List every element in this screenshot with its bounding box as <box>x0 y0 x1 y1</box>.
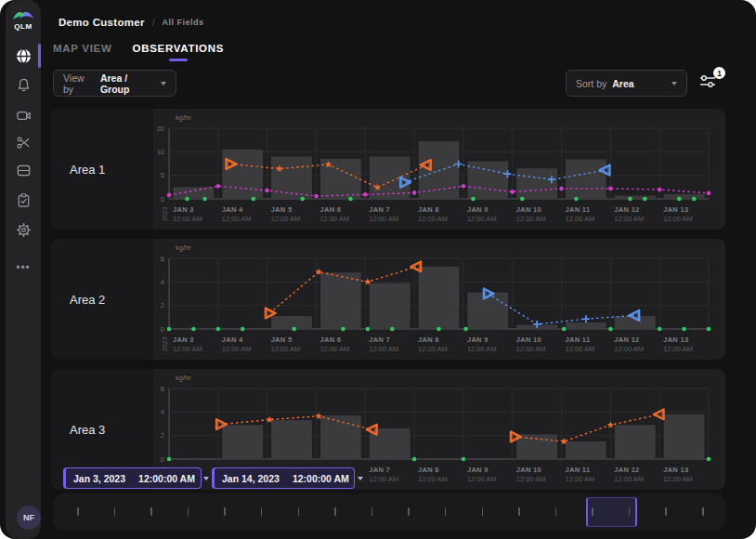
timeline-tick <box>224 507 226 516</box>
area-1-chart[interactable]: 051020kg/hrJAN 312:00 AMJAN 412:00 AMJAN… <box>153 109 725 230</box>
end-datetime-picker[interactable]: Jan 14, 2023 12:00:00 AM <box>212 467 355 489</box>
server-rows-icon <box>16 163 32 178</box>
sidebar-item-alerts[interactable] <box>12 73 34 96</box>
scissors-icon <box>16 135 32 151</box>
timeline-tick <box>371 507 373 516</box>
svg-text:12:00 AM: 12:00 AM <box>418 345 448 353</box>
tab-observations[interactable]: OBSERVATIONS <box>133 43 225 61</box>
timeline-tick <box>334 507 336 516</box>
sort-by-dropdown[interactable]: Sort by Area <box>566 70 687 97</box>
tab-map-view[interactable]: MAP VIEW <box>53 43 112 61</box>
sidebar-item-tools[interactable] <box>12 131 34 153</box>
svg-text:12:00 AM: 12:00 AM <box>614 345 644 353</box>
qlm-logo: QLM <box>6 7 41 31</box>
svg-text:12:00 AM: 12:00 AM <box>222 345 252 353</box>
timeline-tick <box>555 507 557 516</box>
svg-text:kg/hr: kg/hr <box>176 374 191 382</box>
video-camera-icon <box>16 108 32 124</box>
end-date: Jan 14, 2023 <box>222 473 280 484</box>
svg-text:4: 4 <box>161 278 164 286</box>
user-avatar[interactable]: NF <box>17 506 41 530</box>
svg-text:JAN 5: JAN 5 <box>271 335 293 344</box>
svg-text:12:00 AM: 12:00 AM <box>418 215 448 223</box>
svg-text:2023: 2023 <box>162 206 168 221</box>
breadcrumb-scope[interactable]: All Fields <box>163 18 204 27</box>
timeline-selection-handle[interactable] <box>586 497 637 527</box>
chevron-down-icon <box>358 477 363 480</box>
clipboard-check-icon <box>16 192 32 208</box>
svg-text:JAN 7: JAN 7 <box>369 205 390 214</box>
filter-button[interactable]: 1 <box>697 71 723 97</box>
globe-icon <box>15 47 33 65</box>
svg-text:12:00 AM: 12:00 AM <box>566 215 595 223</box>
svg-text:2023: 2023 <box>162 336 168 351</box>
svg-text:12:00 AM: 12:00 AM <box>271 215 301 223</box>
svg-text:12:00 AM: 12:00 AM <box>566 475 595 483</box>
sidebar-item-devices[interactable] <box>12 159 34 181</box>
breadcrumb-customer[interactable]: Demo Customer <box>59 17 145 28</box>
tab-bar: MAP VIEW OBSERVATIONS <box>53 43 224 61</box>
svg-text:JAN 9: JAN 9 <box>467 335 489 344</box>
timeline-tick <box>408 507 410 516</box>
svg-text:12:00 AM: 12:00 AM <box>663 475 693 483</box>
qlm-logo-icon <box>11 7 35 21</box>
start-datetime-picker[interactable]: Jan 3, 2023 12:00:00 AM <box>63 467 202 489</box>
timeline-tick <box>665 507 667 516</box>
svg-text:JAN 12: JAN 12 <box>614 335 639 344</box>
svg-text:20: 20 <box>157 125 164 133</box>
sidebar-item-settings[interactable] <box>12 218 34 241</box>
area-2-chart[interactable]: 0246kg/hrJAN 312:00 AMJAN 412:00 AMJAN 5… <box>153 239 725 360</box>
timeline-scrubber[interactable] <box>53 493 725 531</box>
svg-text:JAN 5: JAN 5 <box>271 205 293 214</box>
sidebar-item-tasks[interactable] <box>12 189 34 211</box>
active-nav-indicator <box>38 44 41 68</box>
sidebar-item-cameras[interactable] <box>12 104 34 126</box>
sidebar-item-more[interactable]: ••• <box>12 256 34 279</box>
svg-text:5: 5 <box>161 171 164 179</box>
svg-text:JAN 10: JAN 10 <box>516 205 541 214</box>
svg-text:JAN 11: JAN 11 <box>566 205 591 214</box>
svg-text:JAN 13: JAN 13 <box>663 335 688 344</box>
svg-text:2: 2 <box>161 301 164 309</box>
svg-text:JAN 12: JAN 12 <box>614 205 639 214</box>
svg-text:0: 0 <box>161 455 164 464</box>
svg-text:12:00 AM: 12:00 AM <box>319 345 349 353</box>
filter-count-badge: 1 <box>713 67 725 79</box>
timeline-tick <box>445 507 447 516</box>
sidebar-item-map[interactable] <box>12 45 34 67</box>
qlm-logo-text: QLM <box>6 22 41 31</box>
svg-text:JAN 3: JAN 3 <box>173 205 194 214</box>
svg-text:kg/hr: kg/hr <box>176 243 191 252</box>
svg-text:0: 0 <box>161 325 164 334</box>
view-by-value: Area / Group <box>100 72 155 95</box>
svg-text:12:00 AM: 12:00 AM <box>516 215 546 223</box>
svg-text:12:00 AM: 12:00 AM <box>271 345 301 353</box>
timeline-tick <box>77 507 79 516</box>
timeline-tick <box>188 507 189 516</box>
svg-text:12:00 AM: 12:00 AM <box>369 345 398 353</box>
svg-text:JAN 4: JAN 4 <box>222 335 243 344</box>
gear-icon <box>16 222 32 238</box>
sort-by-prefix: Sort by <box>576 78 606 89</box>
svg-text:JAN 12: JAN 12 <box>614 466 639 474</box>
timeline-tick <box>298 507 300 516</box>
svg-text:12:00 AM: 12:00 AM <box>173 215 202 223</box>
timeline-tick <box>482 507 484 516</box>
svg-text:12:00 AM: 12:00 AM <box>369 475 398 483</box>
svg-text:12:00 AM: 12:00 AM <box>467 345 497 353</box>
svg-text:JAN 7: JAN 7 <box>369 335 390 344</box>
svg-text:JAN 8: JAN 8 <box>418 466 439 474</box>
svg-text:JAN 13: JAN 13 <box>663 205 688 214</box>
view-by-dropdown[interactable]: View by Area / Group <box>53 70 176 97</box>
svg-text:kg/hr: kg/hr <box>176 113 191 122</box>
start-date: Jan 3, 2023 <box>73 473 125 484</box>
chevron-down-icon <box>203 477 209 480</box>
breadcrumb-separator: / <box>152 18 155 28</box>
breadcrumb: Demo Customer / All Fields <box>59 17 204 28</box>
area-1-label: Area 1 <box>51 109 153 230</box>
svg-text:JAN 8: JAN 8 <box>418 335 439 344</box>
area-2-label: Area 2 <box>51 239 153 360</box>
svg-text:4: 4 <box>161 408 164 416</box>
svg-text:JAN 10: JAN 10 <box>516 335 541 344</box>
view-by-prefix: View by <box>63 72 95 95</box>
